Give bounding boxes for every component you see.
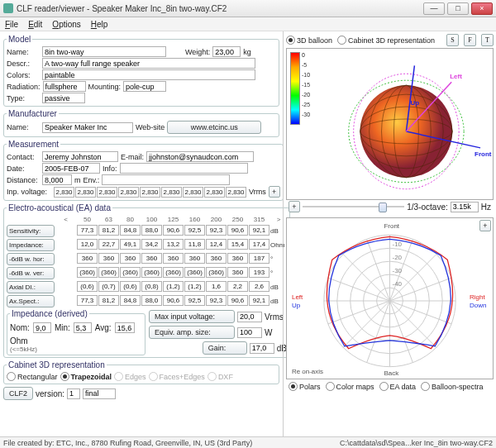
view-f-button[interactable]: F	[464, 34, 476, 46]
ea-cell[interactable]: 360	[206, 253, 227, 264]
descr-input[interactable]	[42, 58, 255, 69]
type-input[interactable]	[42, 93, 85, 103]
clf-ver-input[interactable]	[67, 388, 80, 399]
ea-cell[interactable]: 92,3	[206, 295, 227, 306]
maxv-button[interactable]: Max input voltage:	[149, 310, 235, 323]
ea-row-button[interactable]: Sensitivity:	[7, 225, 55, 237]
view-mode-option[interactable]: Color maps	[326, 382, 374, 391]
avg-input[interactable]	[115, 322, 135, 333]
ea-row-button[interactable]: Impedance:	[7, 239, 55, 251]
voltage-cell[interactable]: 2,830	[75, 187, 96, 198]
ea-cell[interactable]: (360)	[77, 267, 98, 278]
ea-cell[interactable]: (0,7)	[98, 281, 119, 292]
ea-cell[interactable]: 11,8	[184, 239, 205, 250]
ea-cell[interactable]: 88,0	[141, 295, 162, 306]
menu-help[interactable]: Help	[91, 20, 108, 29]
ea-cell[interactable]: 92,5	[184, 295, 205, 306]
view-mode-option[interactable]: Balloon-spectra	[421, 382, 484, 391]
ea-cell[interactable]: 88,0	[141, 225, 162, 236]
ea-cell[interactable]: 1,6	[206, 281, 227, 292]
voltage-cell[interactable]: 2,830	[183, 187, 203, 198]
ea-cell[interactable]: 92,5	[184, 225, 205, 236]
eqamp-button[interactable]: Equiv. amp. size:	[149, 326, 235, 339]
ea-cell[interactable]: (0,6)	[120, 281, 141, 292]
name-input[interactable]	[42, 46, 166, 57]
ea-cell[interactable]: 360	[120, 253, 141, 264]
ea-cell[interactable]: (1,2)	[184, 281, 205, 292]
view-mode-option[interactable]: EA data	[379, 382, 417, 391]
clf-status-input[interactable]	[83, 388, 116, 399]
mounting-input[interactable]	[123, 81, 166, 92]
ea-cell[interactable]: 92,1	[249, 225, 269, 236]
ea-cell[interactable]: (0,6)	[77, 281, 98, 292]
polar-view[interactable]: -10 -20 -30 -40 Front Back Left Up Right…	[286, 217, 494, 379]
radiation-input[interactable]	[43, 81, 86, 92]
ea-cell[interactable]: (360)	[206, 267, 227, 278]
maxv-input[interactable]	[237, 312, 262, 322]
ea-cell[interactable]: 12,0	[77, 239, 98, 250]
ea-cell[interactable]: 15,4	[227, 239, 248, 250]
ea-cell[interactable]: 22,7	[98, 239, 119, 250]
minimize-button[interactable]: —	[423, 2, 445, 15]
ea-row-button[interactable]: Axial DI.:	[7, 281, 55, 293]
ea-cell[interactable]: 49,1	[120, 239, 141, 250]
menu-file[interactable]: File	[5, 20, 18, 29]
ea-cell[interactable]: 77,3	[77, 295, 98, 306]
menu-options[interactable]: Options	[52, 20, 80, 29]
mode-cabinet-3d[interactable]: Cabinet 3D representation	[337, 36, 435, 45]
ea-cell[interactable]: 92,3	[206, 225, 227, 236]
ea-cell[interactable]: (360)	[98, 267, 119, 278]
view-mode-option[interactable]: Polars	[289, 382, 321, 391]
ea-cell[interactable]: 90,6	[163, 225, 184, 236]
date-input[interactable]	[42, 163, 100, 174]
min-input[interactable]	[74, 322, 92, 333]
ea-cell[interactable]: 13,2	[163, 239, 184, 250]
ea-cell[interactable]: 81,2	[98, 225, 119, 236]
ea-row-button[interactable]: -6dB w. ver:	[7, 267, 55, 279]
ea-cell[interactable]: 360	[184, 253, 205, 264]
ea-cell[interactable]: 84,8	[120, 225, 141, 236]
voltage-cell[interactable]: 2,830	[54, 187, 74, 198]
ea-cell[interactable]: 193	[249, 267, 269, 278]
ea-cell[interactable]: 90,6	[163, 295, 184, 306]
view-s-button[interactable]: S	[446, 34, 459, 46]
ea-cell[interactable]: 12,4	[206, 239, 227, 250]
balloon-view[interactable]: 0-5-10 -15-20-25 -30 Front Up Left	[286, 48, 494, 200]
ea-row-button[interactable]: -6dB w. hor:	[7, 253, 55, 265]
gain-input[interactable]	[250, 343, 274, 354]
ea-cell[interactable]: 360	[163, 253, 184, 264]
ea-cell[interactable]: 2,6	[249, 281, 269, 292]
voltage-cell[interactable]: 2,830	[97, 187, 117, 198]
close-button[interactable]: ×	[471, 2, 493, 15]
cabinet-option[interactable]: Trapezoidal	[60, 372, 112, 381]
contact-input[interactable]	[42, 151, 118, 162]
mfr-name-input[interactable]	[42, 122, 133, 133]
weight-input[interactable]	[212, 46, 241, 57]
nom-input[interactable]	[33, 322, 51, 333]
ea-cell[interactable]: (360)	[141, 267, 162, 278]
voltage-cell[interactable]: 2,830	[204, 187, 225, 198]
ea-cell[interactable]: 34,2	[141, 239, 162, 250]
ea-cell[interactable]: 360	[227, 267, 248, 278]
voltage-cell[interactable]: 2,830	[226, 187, 246, 198]
ea-cell[interactable]: (1,2)	[163, 281, 184, 292]
polar-expand-button[interactable]: +	[479, 220, 491, 231]
ea-cell[interactable]: (0,8)	[141, 281, 162, 292]
maximize-button[interactable]: □	[447, 2, 469, 15]
clf-button[interactable]: CLF2	[3, 387, 33, 400]
ea-cell[interactable]: 360	[227, 253, 248, 264]
ea-cell[interactable]: 81,2	[98, 295, 119, 306]
env-input[interactable]	[102, 174, 230, 185]
ea-cell[interactable]: 92,1	[249, 295, 269, 306]
ea-cell[interactable]: 360	[98, 253, 119, 264]
view-t-button[interactable]: T	[481, 34, 494, 46]
ea-row-button[interactable]: Ax.Spect.:	[7, 295, 55, 307]
ea-cell[interactable]: 17,4	[249, 239, 269, 250]
ea-cell[interactable]: 77,3	[77, 225, 98, 236]
website-button[interactable]: www.etcinc.us	[167, 121, 261, 134]
ea-cell[interactable]: 360	[77, 253, 98, 264]
colors-input[interactable]	[42, 69, 255, 80]
menu-edit[interactable]: Edit	[28, 20, 42, 29]
cabinet-option[interactable]: Rectangular	[7, 372, 58, 381]
distance-input[interactable]	[42, 174, 72, 185]
